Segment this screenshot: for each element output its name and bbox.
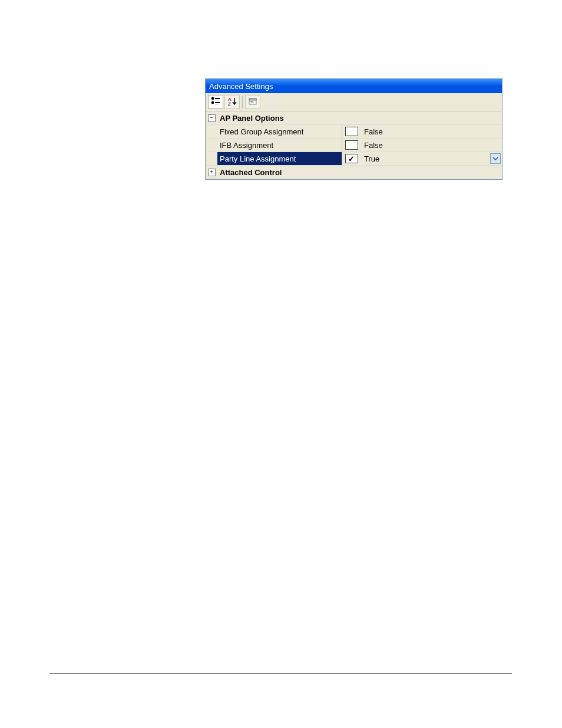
alpha-sort-button[interactable]: A Z — [224, 95, 240, 109]
svg-rect-2 — [215, 98, 220, 99]
category-label: Attached Control — [217, 166, 342, 179]
svg-rect-11 — [250, 103, 254, 103]
svg-rect-10 — [250, 101, 253, 102]
property-name: Party Line Assignment — [217, 152, 342, 165]
checkbox-unchecked-icon[interactable] — [345, 127, 358, 136]
toolbar-separator — [242, 95, 243, 108]
property-grid: − AP Panel Options Fixed Group Assignmen… — [206, 111, 502, 179]
dropdown-button[interactable] — [490, 153, 501, 164]
category-label: AP Panel Options — [217, 111, 342, 124]
property-value[interactable]: True — [361, 152, 502, 165]
expand-icon[interactable]: + — [208, 169, 216, 176]
svg-rect-4 — [215, 100, 219, 100]
categorized-icon — [210, 96, 221, 108]
titlebar: Advanced Settings — [206, 79, 502, 93]
svg-rect-3 — [215, 102, 220, 103]
advanced-settings-panel: Advanced Settings A Z — [205, 78, 503, 180]
checkbox-checked-icon[interactable] — [345, 154, 358, 163]
checkbox-unchecked-icon[interactable] — [345, 140, 358, 150]
property-name: IFB Assignment — [217, 139, 342, 151]
collapse-icon[interactable]: − — [208, 114, 216, 122]
svg-rect-5 — [215, 104, 219, 104]
property-row-party-line-assignment[interactable]: Party Line Assignment True — [206, 152, 502, 166]
toolbar: A Z — [206, 93, 502, 111]
footer-divider — [49, 673, 512, 674]
svg-rect-9 — [249, 98, 256, 100]
property-name: Fixed Group Assignment — [217, 125, 342, 138]
property-pages-icon — [247, 96, 258, 108]
svg-point-0 — [211, 97, 214, 100]
category-row-ap-panel-options[interactable]: − AP Panel Options — [206, 111, 502, 125]
category-row-attached-control[interactable]: + Attached Control — [206, 166, 502, 179]
svg-point-1 — [211, 101, 214, 104]
property-value[interactable]: False — [361, 125, 502, 138]
alpha-sort-icon: A Z — [227, 96, 237, 108]
property-pages-button[interactable] — [245, 95, 260, 109]
chevron-down-icon — [492, 154, 498, 163]
property-row-ifb-assignment[interactable]: IFB Assignment False — [206, 139, 502, 152]
svg-text:Z: Z — [228, 101, 231, 107]
title-text: Advanced Settings — [209, 82, 273, 91]
categorized-button[interactable] — [208, 95, 223, 109]
property-row-fixed-group-assignment[interactable]: Fixed Group Assignment False — [206, 125, 502, 139]
property-value[interactable]: False — [361, 139, 502, 151]
